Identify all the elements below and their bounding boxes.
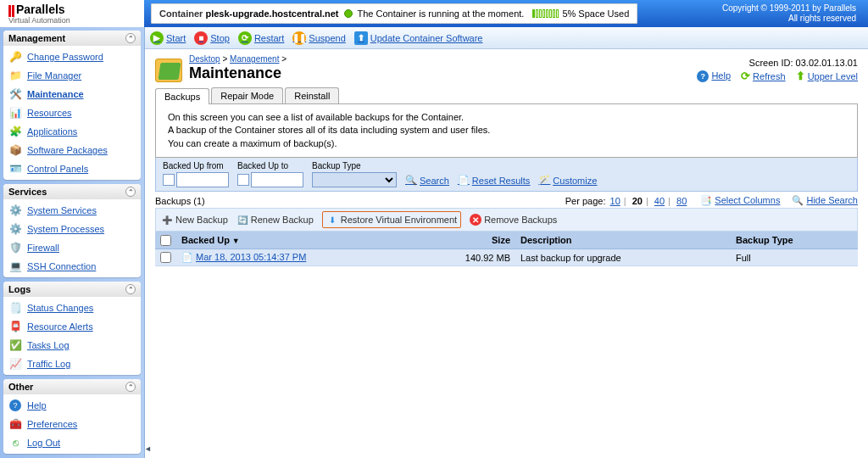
sidebar: Management⌃ 🔑Change Password 📁File Manag… bbox=[0, 27, 144, 458]
row-type: Full bbox=[731, 249, 858, 266]
backups-table: Backed Up▼ Size Description Backup Type … bbox=[155, 232, 858, 266]
breadcrumb: Desktop > Management > bbox=[189, 54, 287, 64]
running-icon bbox=[344, 9, 353, 18]
help-link[interactable]: Help bbox=[711, 70, 731, 81]
container-hostname: plesk-upgrade.hostcentral.net bbox=[205, 8, 338, 19]
container-msg: The Container is running at the moment. bbox=[358, 8, 525, 19]
page-title: Maintenance bbox=[189, 64, 287, 82]
action-bar: ➕New Backup 🔄Renew Backup ⬇Restore Virtu… bbox=[155, 208, 858, 232]
copyright-line1: Copyright © 1999-2011 by Parallels bbox=[722, 3, 856, 14]
backup-type-select[interactable] bbox=[312, 172, 397, 187]
crumb-management[interactable]: Management bbox=[230, 54, 279, 64]
pp40[interactable]: 40 bbox=[654, 196, 665, 206]
row-size: 140.92 MB bbox=[456, 249, 515, 266]
panel-title: Management bbox=[8, 33, 65, 43]
row-checkbox[interactable] bbox=[160, 252, 171, 263]
pp80[interactable]: 80 bbox=[676, 196, 687, 206]
collapse-icon[interactable]: ⌃ bbox=[125, 382, 136, 392]
sidebar-item-software-packages[interactable]: 📦Software Packages bbox=[3, 141, 141, 159]
calendar-icon[interactable] bbox=[163, 174, 175, 186]
app-header: Parallels Virtual Automation Container p… bbox=[0, 0, 868, 27]
sidebar-item-firewall[interactable]: 🛡️Firewall bbox=[3, 238, 141, 257]
copyright: Copyright © 1999-2011 by Parallels All r… bbox=[722, 3, 868, 24]
copyright-line2: All rights reserved bbox=[722, 14, 856, 24]
brand-sub: Virtual Automation bbox=[8, 17, 144, 25]
crumb-desktop[interactable]: Desktop bbox=[189, 54, 220, 64]
customize-button[interactable]: 🪄 Customize bbox=[538, 175, 597, 186]
collapse-icon[interactable]: ⌃ bbox=[125, 33, 136, 43]
tab-backups[interactable]: Backups bbox=[155, 88, 209, 104]
screen-id: Screen ID: 03.02.01.13.01 bbox=[697, 58, 858, 68]
up-icon: ⬆ bbox=[796, 70, 805, 82]
table-row[interactable]: 📄 Mar 18, 2013 05:14:37 PM 140.92 MB Las… bbox=[155, 249, 858, 266]
sidebar-item-traffic-log[interactable]: 📈Traffic Log bbox=[3, 355, 141, 373]
restore-ve-button[interactable]: ⬇Restore Virtual Environment bbox=[322, 211, 461, 228]
sidebar-item-ssh-connection[interactable]: 💻SSH Connection bbox=[3, 257, 141, 276]
splitter[interactable] bbox=[145, 27, 150, 458]
backups-count: Backups (1) bbox=[155, 196, 205, 206]
sidebar-item-resource-alerts[interactable]: 📮Resource Alerts bbox=[3, 317, 141, 336]
maintenance-icon bbox=[155, 59, 182, 82]
col-description[interactable]: Description bbox=[515, 232, 731, 249]
sidebar-item-control-panels[interactable]: 🪪Control Panels bbox=[3, 159, 141, 178]
col-backed-up[interactable]: Backed Up bbox=[181, 235, 230, 245]
sidebar-item-log-out[interactable]: ⎋Log Out bbox=[3, 433, 141, 452]
sidebar-item-change-password[interactable]: 🔑Change Password bbox=[3, 47, 141, 66]
backed-up-from-input[interactable] bbox=[176, 172, 229, 187]
hide-search-link[interactable]: Hide Search bbox=[806, 195, 858, 205]
pp10[interactable]: 10 bbox=[610, 196, 620, 206]
collapse-icon[interactable]: ⌃ bbox=[125, 187, 136, 197]
row-desc: Last backup for upgrade bbox=[515, 249, 731, 266]
backed-up-to-input[interactable] bbox=[251, 172, 303, 187]
collapse-icon[interactable]: ⌃ bbox=[125, 284, 136, 294]
tab-repair-mode[interactable]: Repair Mode bbox=[211, 87, 283, 103]
start-button[interactable]: ▶Start bbox=[150, 31, 186, 45]
renew-backup-button[interactable]: 🔄Renew Backup bbox=[236, 214, 314, 226]
sidebar-item-resources[interactable]: 📊Resources bbox=[3, 103, 141, 122]
space-gauge-icon bbox=[532, 9, 559, 18]
content-toolbar: ▶Start ■Stop ⟳Restart ❚❚Suspend ⬆Update … bbox=[145, 27, 868, 49]
panel-other: Other⌃ ?Help 🧰Preferences ⎋Log Out bbox=[3, 379, 141, 454]
upper-level-link[interactable]: Upper Level bbox=[808, 71, 858, 81]
sidebar-item-maintenance[interactable]: 🛠️Maintenance bbox=[3, 85, 141, 103]
sidebar-item-status-changes[interactable]: 🗒️Status Changes bbox=[3, 299, 141, 317]
refresh-icon: ⟳ bbox=[741, 70, 750, 82]
sidebar-item-system-services[interactable]: ⚙️System Services bbox=[3, 201, 141, 220]
update-software-button[interactable]: ⬆Update Container Software bbox=[354, 31, 483, 45]
sidebar-item-system-processes[interactable]: ⚙️System Processes bbox=[3, 220, 141, 238]
panel-title: Logs bbox=[8, 284, 31, 294]
panel-title: Services bbox=[8, 187, 47, 197]
panel-management: Management⌃ 🔑Change Password 📁File Manag… bbox=[3, 31, 141, 180]
pp20[interactable]: 20 bbox=[632, 196, 643, 206]
refresh-link[interactable]: Refresh bbox=[753, 71, 786, 81]
new-backup-button[interactable]: ➕New Backup bbox=[161, 214, 228, 226]
stop-button[interactable]: ■Stop bbox=[194, 31, 230, 45]
tabs: Backups Repair Mode Reinstall bbox=[155, 87, 858, 104]
select-all-checkbox[interactable] bbox=[160, 235, 171, 246]
sidebar-item-file-manager[interactable]: 📁File Manager bbox=[3, 66, 141, 85]
col-backup-type[interactable]: Backup Type bbox=[731, 232, 858, 249]
brand-name: Parallels bbox=[16, 3, 65, 16]
calendar-icon[interactable] bbox=[237, 174, 249, 186]
sidebar-item-applications[interactable]: 🧩Applications bbox=[3, 122, 141, 141]
suspend-button[interactable]: ❚❚Suspend bbox=[292, 31, 345, 45]
container-status: Container plesk-upgrade.hostcentral.net … bbox=[151, 3, 637, 24]
sidebar-item-preferences[interactable]: 🧰Preferences bbox=[3, 415, 141, 433]
remove-backups-button[interactable]: ✕Remove Backups bbox=[470, 214, 557, 226]
select-columns-link[interactable]: Select Columns bbox=[715, 195, 780, 205]
restart-button[interactable]: ⟳Restart bbox=[238, 31, 284, 45]
tab-reinstall[interactable]: Reinstall bbox=[285, 87, 339, 103]
help-icon: ? bbox=[697, 70, 709, 82]
panel-services: Services⌃ ⚙️System Services ⚙️System Pro… bbox=[3, 184, 141, 277]
col-size[interactable]: Size bbox=[456, 232, 515, 249]
search-button[interactable]: 🔍 Search bbox=[405, 175, 449, 186]
info-box: On this screen you can see a list of ava… bbox=[155, 104, 858, 158]
container-label: Container bbox=[159, 8, 203, 19]
filter-to-label: Backed Up to bbox=[237, 161, 303, 170]
filter-from-label: Backed Up from bbox=[163, 161, 229, 170]
sidebar-item-help[interactable]: ?Help bbox=[3, 396, 141, 415]
backup-date-link[interactable]: Mar 18, 2013 05:14:37 PM bbox=[196, 252, 306, 262]
reset-results-button[interactable]: 📄 Reset Results bbox=[458, 175, 530, 186]
sidebar-item-tasks-log[interactable]: ✅Tasks Log bbox=[3, 336, 141, 355]
space-used: 5% Space Used bbox=[562, 8, 629, 19]
